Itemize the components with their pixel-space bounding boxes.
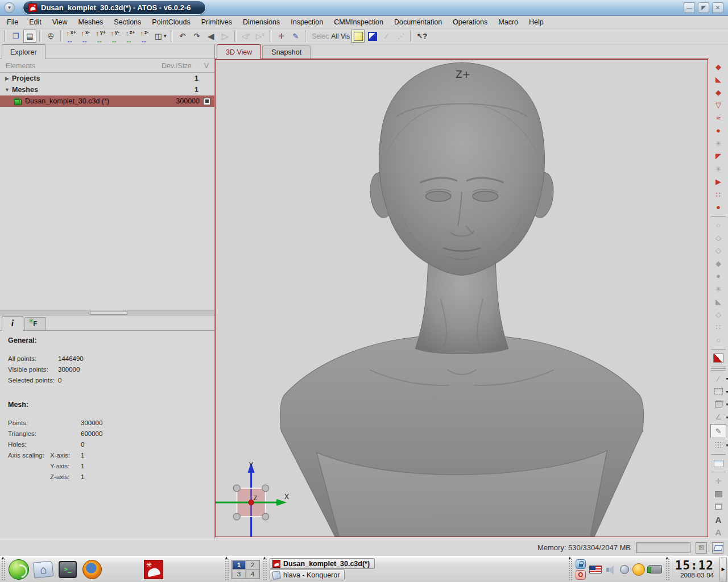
pager-handle[interactable] — [225, 558, 229, 581]
undo-icon[interactable]: ◁° — [239, 30, 253, 43]
star-tool-icon[interactable]: ✳ — [712, 283, 725, 294]
label-dark-tool[interactable]: A — [712, 514, 725, 525]
project-window-icon[interactable]: ❐ — [9, 30, 22, 43]
menu-primitives[interactable]: Primitives — [201, 18, 232, 26]
window-menu-button[interactable]: ▼ — [4, 2, 15, 13]
tab-info[interactable]: i — [2, 316, 23, 331]
konsole-launcher[interactable]: >_ — [57, 559, 78, 580]
menu-file[interactable]: File — [7, 18, 18, 26]
panel-hide-button[interactable]: ▶ — [719, 558, 727, 581]
solid-view-toggle[interactable] — [712, 488, 725, 500]
sphere-tool-icon[interactable]: ○ — [712, 219, 725, 231]
measure-timer-icon[interactable]: ✎ — [289, 30, 302, 43]
tree-row-meshes[interactable]: ▼ Meshes 1 — [0, 84, 214, 95]
pager-desktop-4[interactable]: 4 — [246, 569, 259, 579]
tab-3d-view[interactable]: 3D View — [217, 44, 261, 59]
scrollbar-handle[interactable] — [90, 311, 127, 315]
tree-row-mesh-file[interactable]: Dusan_komplet_30.c3d (*) 300000 — [0, 95, 214, 107]
checker-texture-toggle[interactable] — [712, 352, 725, 364]
measure-line-tool[interactable]: ∕▼ — [712, 373, 725, 384]
task-konqueror-window[interactable]: hlava - Konqueror — [270, 569, 345, 580]
plane-tool-icon[interactable]: ◇ — [712, 245, 725, 256]
tree-horizontal-scrollbar[interactable] — [0, 310, 214, 315]
corner-tool-icon[interactable]: ◣ — [712, 296, 725, 307]
surface-color-toggle[interactable] — [351, 30, 365, 43]
menu-view[interactable]: View — [52, 18, 68, 26]
3d-viewport[interactable]: Z+ Y X Z — [215, 59, 708, 537]
raster-tool[interactable]: ▼ — [712, 439, 725, 451]
menu-meshes[interactable]: Meshes — [78, 18, 104, 26]
cut-mesh-icon[interactable]: ◆ — [712, 86, 725, 98]
tab-snapshot[interactable]: Snapshot — [262, 45, 311, 59]
tab-explorer[interactable]: Explorer — [2, 44, 46, 59]
view-x-plus-button[interactable]: ↑x+↔ — [65, 30, 79, 43]
menu-cmminspection[interactable]: CMMInspection — [334, 18, 383, 26]
label-light-tool[interactable]: A — [712, 526, 725, 538]
menu-documentation[interactable]: Documentation — [394, 18, 442, 26]
rotate-left-icon[interactable]: ↶ — [176, 30, 189, 43]
transform-save-icon[interactable]: ✛ — [275, 30, 288, 43]
tree-row-projects[interactable]: ▶ Projects 1 — [0, 73, 214, 84]
circle-tool-icon[interactable]: ○ — [712, 334, 725, 346]
stamp-mesh-icon[interactable]: ● — [712, 124, 725, 136]
shrink-selection-icon[interactable]: ✳ — [712, 163, 725, 174]
view-y-plus-button[interactable]: ↑y+↔ — [95, 30, 109, 43]
storage-device-icon[interactable] — [648, 565, 662, 573]
pager-desktop-2[interactable]: 2 — [246, 560, 259, 569]
context-help-icon[interactable]: ↖? — [415, 30, 428, 43]
flip-mesh-icon[interactable]: ◤ — [712, 150, 725, 161]
firefox-launcher[interactable] — [81, 559, 103, 580]
view-x-minus-button[interactable]: ↑x-↔ — [80, 30, 94, 43]
kmenu-button[interactable] — [8, 559, 30, 580]
select-disc-icon[interactable]: ● — [712, 201, 725, 213]
clock-handle[interactable] — [665, 558, 669, 581]
facet-tool-icon[interactable]: ◇ — [712, 309, 725, 320]
view-forward-icon[interactable]: ▷ — [218, 30, 231, 43]
maximize-button[interactable]: ◤ — [698, 2, 709, 13]
snapshot-save-icon[interactable]: ✇ — [44, 30, 57, 43]
home-launcher[interactable]: ⌂ — [32, 559, 54, 580]
expand-selection-icon[interactable]: ✳ — [712, 138, 725, 149]
edit-curvature-icon[interactable]: ≈ — [712, 112, 725, 123]
refine-mesh-icon[interactable]: ◣ — [712, 73, 725, 85]
annotation-tool[interactable] — [712, 458, 725, 469]
menu-dimensions[interactable]: Dimensions — [243, 18, 280, 26]
backface-color-toggle[interactable] — [366, 30, 379, 43]
points-tool-icon[interactable]: ∷ — [712, 322, 725, 333]
titlebar-pill[interactable]: Dusan_komplet_30.c3d(*) - ATOS - v6.0.2-… — [23, 1, 206, 15]
print-report-icon[interactable] — [712, 542, 723, 554]
line-display-icon[interactable]: ∕ — [380, 30, 393, 43]
caret-right-icon[interactable]: ▶ — [3, 76, 11, 81]
fill-holes-icon[interactable]: ▽ — [712, 99, 725, 110]
isometric-cube-icon[interactable]: ◫▼ — [154, 30, 168, 43]
menu-operations[interactable]: Operations — [453, 18, 487, 26]
visibility-checkbox[interactable] — [203, 98, 210, 105]
tab-features[interactable]: F — [24, 317, 46, 330]
pin-tool[interactable]: ✎ — [710, 424, 726, 438]
view-z-minus-button[interactable]: ↑z-↔ — [139, 30, 153, 43]
keyboard-layout-us-icon[interactable] — [589, 566, 602, 573]
close-button[interactable]: ✕ — [712, 2, 723, 13]
klipper-icon[interactable] — [620, 565, 629, 574]
logout-icon[interactable]: O — [576, 570, 586, 580]
point-display-icon[interactable]: ⋰ — [394, 30, 407, 43]
ball-tool-icon[interactable]: ● — [712, 271, 725, 282]
minimize-button[interactable]: — — [684, 2, 695, 13]
polygon-tool-icon[interactable]: ◇ — [712, 232, 725, 243]
cancel-progress-button[interactable]: ☒ — [696, 542, 707, 554]
explorer-toggle-icon[interactable]: ▤ — [23, 30, 36, 43]
caret-down-icon[interactable]: ▼ — [3, 87, 11, 93]
reminder-icon[interactable] — [632, 563, 645, 576]
view-back-icon[interactable]: ◀ — [204, 30, 217, 43]
pager-desktop-1[interactable]: 1 — [232, 560, 246, 569]
layers-tool[interactable]: ▼ — [712, 398, 725, 410]
redo-icon[interactable]: ▷° — [254, 30, 267, 43]
wire-view-toggle[interactable] — [712, 501, 725, 512]
clock-applet[interactable]: 15:12 2008-03-04 — [675, 559, 714, 579]
panel-handle[interactable] — [1, 558, 5, 581]
tray-handle[interactable] — [568, 558, 572, 581]
view-z-plus-button[interactable]: ↑z+↔ — [125, 30, 138, 43]
rotate-right-icon[interactable]: ↷ — [190, 30, 203, 43]
select-mode-dropdown[interactable]: All Vis — [331, 32, 350, 40]
task-atos-window[interactable]: Dusan_komplet_30.c3d(*) — [270, 558, 375, 569]
